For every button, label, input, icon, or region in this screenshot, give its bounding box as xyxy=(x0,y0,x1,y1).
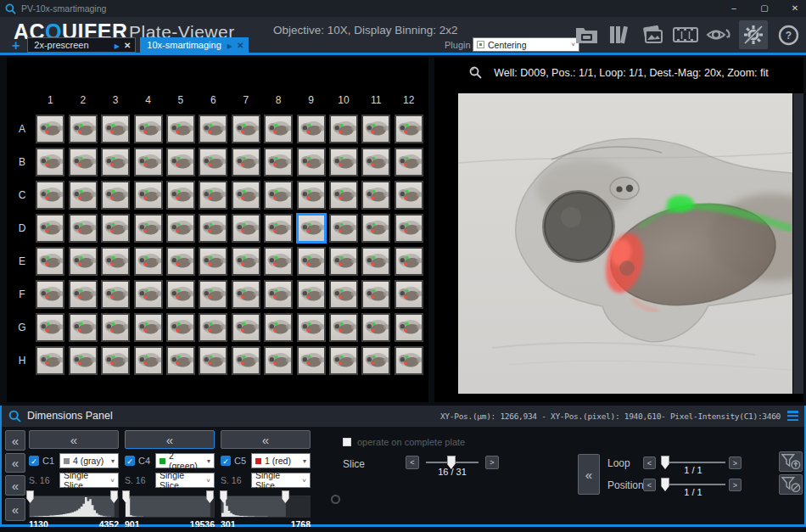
well-C11[interactable] xyxy=(361,181,390,210)
well-D11[interactable] xyxy=(361,214,390,243)
slice-slider[interactable]: 16 / 31 xyxy=(426,456,479,469)
well-F12[interactable] xyxy=(395,280,423,309)
channel-collapse-button[interactable]: « xyxy=(29,430,119,449)
well-C8[interactable] xyxy=(264,181,293,210)
well-F3[interactable] xyxy=(101,280,130,309)
well-G12[interactable] xyxy=(395,313,423,342)
well-A7[interactable] xyxy=(232,115,260,143)
well-H1[interactable] xyxy=(36,346,64,375)
well-H2[interactable] xyxy=(69,346,98,375)
well-D8[interactable] xyxy=(264,214,293,243)
image-export-button[interactable] xyxy=(640,22,665,48)
channel-checkbox[interactable]: ✓ xyxy=(125,456,135,466)
well-G6[interactable] xyxy=(199,313,227,342)
well-F10[interactable] xyxy=(329,280,358,309)
well-C3[interactable] xyxy=(101,181,130,210)
well-C10[interactable] xyxy=(329,181,358,210)
settings-button[interactable] xyxy=(739,20,768,49)
well-G4[interactable] xyxy=(134,313,163,342)
well-F4[interactable] xyxy=(134,280,163,309)
well-G3[interactable] xyxy=(101,313,130,342)
well-H8[interactable] xyxy=(264,346,293,375)
slice-next-button[interactable]: > xyxy=(485,456,499,469)
well-E1[interactable] xyxy=(36,247,64,276)
well-E6[interactable] xyxy=(199,247,227,276)
well-A11[interactable] xyxy=(361,115,390,143)
filter-off-button[interactable] xyxy=(779,474,803,495)
well-A10[interactable] xyxy=(329,115,358,143)
add-tab-button[interactable]: + xyxy=(12,38,20,53)
well-F2[interactable] xyxy=(69,280,98,309)
well-G10[interactable] xyxy=(329,313,358,342)
well-B5[interactable] xyxy=(166,148,195,176)
well-B4[interactable] xyxy=(134,148,163,176)
slice-prev-button[interactable]: < xyxy=(406,456,419,469)
tab-close-icon[interactable] xyxy=(237,40,243,50)
well-C9[interactable] xyxy=(297,181,326,210)
well-D1[interactable] xyxy=(36,214,64,243)
well-C1[interactable] xyxy=(36,181,64,210)
channel-color-select[interactable]: 1 (red) ▾ xyxy=(251,453,311,468)
well-H11[interactable] xyxy=(361,346,390,375)
collapse-row-button[interactable]: « xyxy=(5,498,25,521)
well-C4[interactable] xyxy=(134,181,163,210)
well-A2[interactable] xyxy=(69,115,98,143)
position-next-button[interactable]: > xyxy=(729,479,742,491)
well-B9[interactable] xyxy=(297,148,326,176)
well-H9[interactable] xyxy=(297,346,326,375)
minimize-button[interactable]: – xyxy=(728,0,740,17)
tab-run-icon[interactable] xyxy=(115,40,120,50)
channel-mode-select[interactable]: Single Slice ˅ xyxy=(251,473,311,488)
well-D2[interactable] xyxy=(69,214,98,243)
well-D6[interactable] xyxy=(199,214,227,243)
well-E11[interactable] xyxy=(361,247,390,276)
well-C2[interactable] xyxy=(69,181,98,210)
well-D3[interactable] xyxy=(101,214,130,243)
well-G2[interactable] xyxy=(69,313,98,342)
channel-histogram[interactable] xyxy=(29,496,119,518)
well-E5[interactable] xyxy=(166,247,195,276)
well-E3[interactable] xyxy=(101,247,130,276)
loop-slider[interactable]: 1 / 1 xyxy=(661,456,725,469)
channel-checkbox[interactable]: ✓ xyxy=(221,456,231,466)
well-B8[interactable] xyxy=(264,148,293,176)
well-F9[interactable] xyxy=(297,280,326,309)
channel-checkbox[interactable]: ✓ xyxy=(29,456,39,466)
filter-up-button[interactable] xyxy=(779,451,803,472)
well-A6[interactable] xyxy=(199,115,227,143)
collapse-right-button[interactable]: « xyxy=(578,454,600,495)
well-B7[interactable] xyxy=(232,148,260,176)
well-B6[interactable] xyxy=(199,148,227,176)
well-A1[interactable] xyxy=(36,115,64,143)
channel-mode-select[interactable]: Single Slice ˅ xyxy=(59,473,119,488)
well-G1[interactable] xyxy=(36,313,64,342)
well-E7[interactable] xyxy=(232,247,260,276)
well-B10[interactable] xyxy=(329,148,358,176)
well-G8[interactable] xyxy=(264,313,293,342)
plugin-select[interactable]: Centering ˅ xyxy=(473,37,579,52)
well-F11[interactable] xyxy=(361,280,390,309)
tab-2x-prescreen[interactable]: 2x-prescreen xyxy=(27,37,136,53)
well-E4[interactable] xyxy=(134,247,163,276)
collapse-row-button[interactable]: « xyxy=(5,453,25,473)
position-slider-handle[interactable] xyxy=(661,478,669,491)
well-H3[interactable] xyxy=(101,346,130,375)
well-H10[interactable] xyxy=(329,346,358,375)
channel-collapse-button[interactable]: « xyxy=(125,430,215,449)
tab-run-icon[interactable] xyxy=(227,40,232,50)
well-C6[interactable] xyxy=(199,181,227,210)
well-E10[interactable] xyxy=(329,247,358,276)
well-B11[interactable] xyxy=(361,148,390,176)
loop-next-button[interactable]: > xyxy=(729,456,742,469)
movie-export-button[interactable] xyxy=(673,22,698,48)
channel-histogram[interactable] xyxy=(221,496,311,518)
well-F6[interactable] xyxy=(199,280,227,309)
well-E9[interactable] xyxy=(297,247,326,276)
well-D12[interactable] xyxy=(395,214,423,243)
maximize-button[interactable]: ▢ xyxy=(758,0,770,17)
help-button[interactable]: ? xyxy=(775,22,801,48)
well-E8[interactable] xyxy=(264,247,293,276)
well-C12[interactable] xyxy=(395,181,423,210)
well-D9[interactable] xyxy=(297,214,326,243)
close-button[interactable]: ✕ xyxy=(789,0,801,17)
